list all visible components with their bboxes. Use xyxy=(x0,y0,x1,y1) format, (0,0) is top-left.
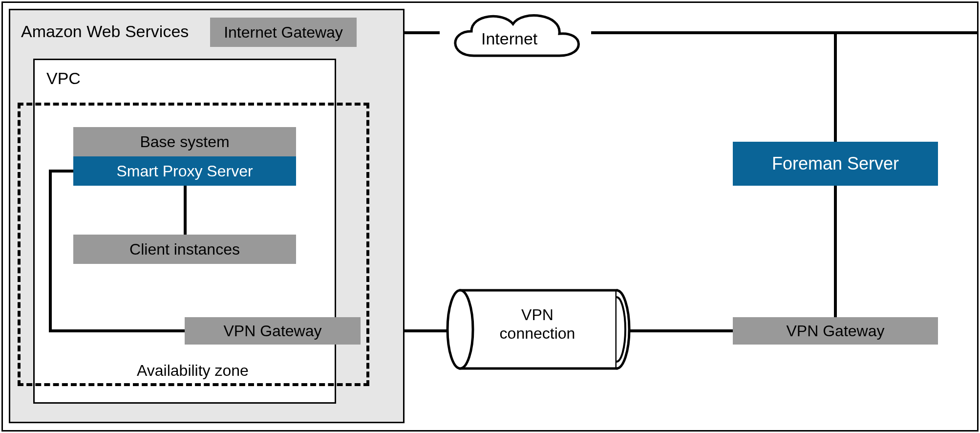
client-instances-label: Client instances xyxy=(73,235,296,264)
availability-zone-label: Availability zone xyxy=(137,362,249,380)
vpc-title: VPC xyxy=(46,69,81,88)
vpn-connection-label: VPN connection xyxy=(489,305,586,343)
internet-gateway-node: Internet Gateway xyxy=(210,18,357,47)
connector-foreman-to-vpn-gateway xyxy=(834,186,837,318)
architecture-diagram: Amazon Web Services VPC Availability zon… xyxy=(0,0,980,433)
aws-title: Amazon Web Services xyxy=(21,22,189,41)
onprem-vpn-gateway-node: VPN Gateway xyxy=(733,317,938,345)
internet-gateway-label: Internet Gateway xyxy=(210,18,357,47)
vpn-connection-text: VPN connection xyxy=(500,306,575,342)
connector-smart-proxy-to-clients xyxy=(184,186,187,235)
svg-point-1 xyxy=(447,290,473,368)
connector-smart-proxy-elbow-vertical xyxy=(49,171,52,330)
connector-vpn-connection-to-vpn-gateway xyxy=(627,329,734,332)
aws-vpn-gateway-node: VPN Gateway xyxy=(185,317,361,345)
base-system-node: Base system xyxy=(73,127,296,156)
connector-smart-proxy-elbow-top xyxy=(49,170,75,173)
smart-proxy-server-label: Smart Proxy Server xyxy=(73,156,296,186)
connector-smart-proxy-elbow-bottom xyxy=(49,329,187,332)
foreman-server-label: Foreman Server xyxy=(733,142,938,186)
smart-proxy-server-node: Smart Proxy Server xyxy=(73,156,296,186)
client-instances-node: Client instances xyxy=(73,235,296,264)
connector-internet-to-right xyxy=(591,31,977,34)
base-system-label: Base system xyxy=(73,127,296,156)
aws-vpn-gateway-label: VPN Gateway xyxy=(185,317,361,345)
foreman-server-node: Foreman Server xyxy=(733,142,938,186)
connector-foreman-to-internet xyxy=(834,33,837,142)
internet-label: Internet xyxy=(481,29,537,48)
onprem-vpn-gateway-label: VPN Gateway xyxy=(733,317,938,345)
